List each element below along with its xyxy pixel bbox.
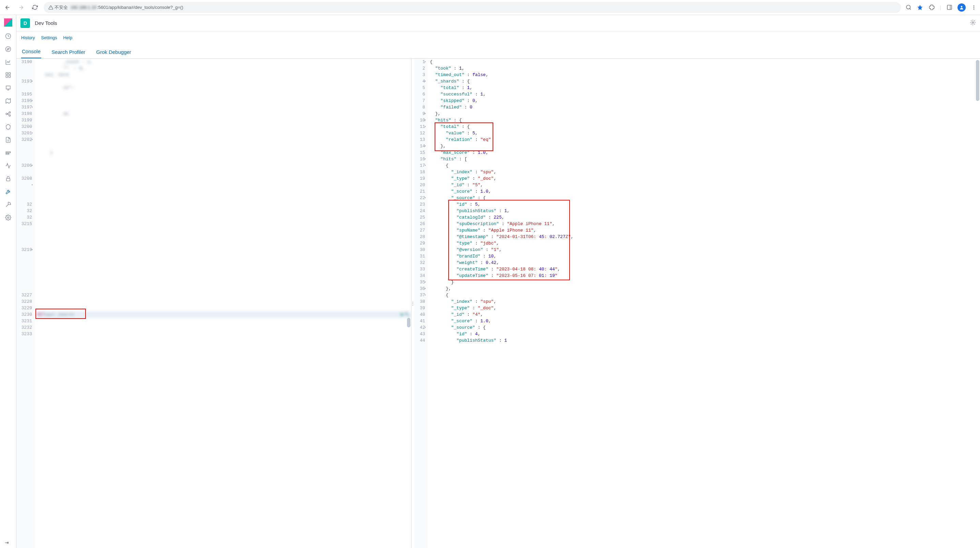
request-gutter: 3190319331953196319731983199320032013202… (16, 59, 35, 548)
svg-rect-10 (6, 76, 8, 77)
svg-point-14 (9, 112, 11, 113)
zoom-icon[interactable] (905, 4, 912, 11)
metrics-icon[interactable] (5, 123, 11, 130)
svg-rect-11 (8, 76, 10, 77)
svg-point-19 (7, 217, 9, 218)
profile-avatar[interactable] (958, 3, 966, 11)
header-gear-icon[interactable] (970, 19, 976, 27)
panel-icon[interactable] (946, 4, 953, 11)
svg-point-4 (974, 7, 975, 8)
recent-icon[interactable] (5, 33, 11, 40)
dev-tools-icon[interactable] (5, 188, 11, 195)
url-host-blurred: 192.168.1.10 (70, 5, 97, 10)
response-scrollbar[interactable] (976, 60, 979, 101)
svg-rect-16 (6, 152, 11, 153)
svg-rect-8 (6, 73, 8, 74)
response-pane[interactable]: 1234567891011121314151617181920212223242… (414, 59, 980, 548)
svg-point-15 (9, 115, 11, 116)
uptime-icon[interactable] (5, 162, 11, 169)
svg-rect-17 (6, 153, 9, 155)
siem-icon[interactable] (5, 175, 11, 182)
address-bar[interactable]: 不安全 192.168.1.10 :5601/app/kibana#/dev_t… (44, 2, 901, 13)
collapse-toggle-icon[interactable]: ⇥ (5, 540, 9, 545)
request-options-icon[interactable]: 🔧 (404, 311, 410, 318)
tab-row: Console Search Profiler Grok Debugger (16, 44, 980, 59)
svg-point-13 (6, 113, 8, 115)
forward-button[interactable] (16, 3, 26, 12)
svg-rect-18 (6, 178, 10, 181)
split-handle[interactable]: ⋮ (411, 59, 414, 548)
apm-icon[interactable] (5, 149, 11, 156)
side-nav: ⇥ (0, 15, 16, 548)
kibana-logo[interactable] (4, 18, 12, 27)
security-indicator: 不安全 (48, 5, 68, 11)
header-bar: D Dev Tools (16, 15, 980, 31)
response-gutter: 1234567891011121314151617181920212223242… (414, 59, 428, 548)
svg-rect-12 (6, 86, 10, 89)
tab-console[interactable]: Console (21, 45, 41, 58)
extensions-icon[interactable] (928, 4, 935, 11)
svg-rect-1 (947, 5, 952, 10)
svg-rect-9 (8, 73, 10, 74)
svg-point-5 (974, 8, 975, 10)
dashboard-icon[interactable] (5, 72, 11, 78)
app-title: Dev Tools (35, 20, 57, 26)
kebab-menu-icon[interactable] (970, 4, 977, 11)
chrome-actions: | (905, 3, 977, 11)
visualize-icon[interactable] (5, 59, 11, 65)
request-scrollbar[interactable] (407, 318, 410, 327)
settings-link[interactable]: Settings (41, 35, 57, 40)
management-icon[interactable] (5, 214, 11, 221)
main-area: D Dev Tools History Settings Help Consol… (16, 15, 980, 548)
kibana-app: ⇥ D Dev Tools History Settings Help Cons… (0, 15, 980, 548)
canvas-icon[interactable] (5, 84, 11, 91)
tab-search-profiler[interactable]: Search Profiler (51, 46, 86, 58)
link-row: History Settings Help (16, 31, 980, 44)
request-pane[interactable]: 3190319331953196319731983199320032013202… (16, 59, 411, 548)
console-editor: 3190319331953196319731983199320032013202… (16, 59, 980, 548)
ml-icon[interactable] (5, 110, 11, 117)
help-link[interactable]: Help (63, 35, 72, 40)
reload-button[interactable] (30, 3, 40, 12)
svg-point-0 (906, 5, 910, 9)
run-request-icon[interactable]: ▶ (401, 311, 404, 318)
discover-icon[interactable] (5, 46, 11, 53)
bookmark-star-icon[interactable] (916, 4, 923, 11)
tab-grok-debugger[interactable]: Grok Debugger (95, 46, 132, 58)
request-code[interactable]: _count : 1, "" : 0, sno. term nt": as }G… (35, 59, 411, 548)
browser-chrome: 不安全 192.168.1.10 :5601/app/kibana#/dev_t… (0, 0, 980, 15)
logs-icon[interactable] (5, 136, 11, 143)
response-code: { "took" : 1, "timed_out" : false, "_sha… (428, 59, 980, 548)
space-badge[interactable]: D (21, 18, 30, 28)
svg-point-7 (5, 47, 11, 52)
monitoring-icon[interactable] (5, 201, 11, 208)
svg-point-20 (972, 22, 974, 24)
svg-point-2 (961, 6, 963, 8)
security-label: 不安全 (54, 5, 68, 11)
back-button[interactable] (3, 3, 12, 12)
url-path: :5601/app/kibana#/dev_tools/console?_g=(… (97, 5, 183, 10)
history-link[interactable]: History (21, 35, 35, 40)
svg-point-3 (974, 5, 975, 6)
maps-icon[interactable] (5, 97, 11, 104)
